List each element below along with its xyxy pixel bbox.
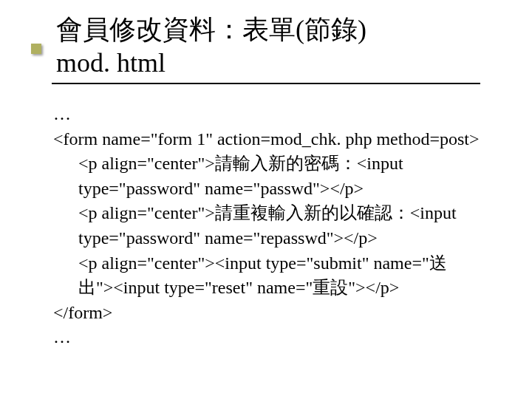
code-line: <p align="center">請重複輸入新的以確認：<input type… — [53, 201, 480, 250]
code-line: <p align="center">請輸入新的密碼：<input type="p… — [53, 151, 480, 201]
code-block: … <form name="form 1" action=mod_chk. ph… — [52, 102, 480, 350]
title-block: 會員修改資料：表單(節錄) mod. html — [52, 13, 480, 84]
title-line-2: mod. html — [52, 47, 480, 84]
code-line: </form> — [53, 301, 480, 326]
slide: 會員修改資料：表單(節錄) mod. html … <form name="fo… — [0, 13, 532, 350]
title-line-1: 會員修改資料：表單(節錄) — [52, 13, 480, 47]
code-line: … — [53, 325, 480, 350]
code-line: … — [53, 102, 480, 127]
bullet-square-icon — [31, 44, 41, 54]
code-line: <form name="form 1" action=mod_chk. php … — [53, 127, 480, 152]
code-line: <p align="center"><input type="submit" n… — [53, 251, 480, 301]
